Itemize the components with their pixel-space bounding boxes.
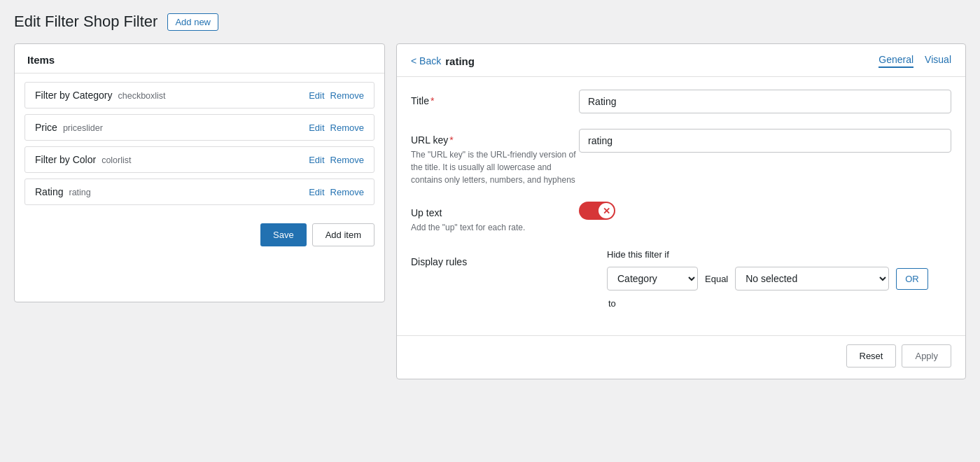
or-button[interactable]: OR [896, 268, 928, 290]
url-key-description: The "URL key" is the URL-friendly versio… [411, 148, 579, 186]
filter-item-name: Filter by Category [35, 90, 112, 101]
filter-list-item: Rating rating Edit Remove [24, 178, 374, 205]
add-item-button[interactable]: Add item [312, 223, 374, 246]
filter-edit-button[interactable]: Edit [309, 187, 324, 197]
equal-label: Equal [705, 274, 728, 284]
filter-item-name: Price [35, 122, 57, 133]
filter-remove-button[interactable]: Remove [330, 90, 364, 101]
edit-panel: < Back rating General Visual Title* [396, 43, 966, 379]
filter-item-type: rating [69, 188, 90, 197]
up-text-description: Add the "up" text for each rate. [411, 221, 579, 234]
apply-button[interactable]: Apply [902, 344, 951, 368]
no-selected-select[interactable]: No selected [735, 267, 889, 290]
breadcrumb-label: rating [445, 55, 475, 67]
tab-general[interactable]: General [878, 54, 913, 68]
save-button[interactable]: Save [260, 223, 307, 246]
page-title: Edit Filter Shop Filter [14, 13, 158, 31]
title-required: * [430, 95, 434, 106]
add-new-button[interactable]: Add new [167, 13, 218, 31]
filter-edit-button[interactable]: Edit [309, 90, 324, 101]
filter-edit-button[interactable]: Edit [309, 122, 324, 133]
display-rules-label: Display rules [411, 249, 579, 309]
filter-remove-button[interactable]: Remove [330, 155, 364, 165]
items-panel: Items Filter by Category checkboxlist Ed… [14, 43, 385, 302]
toggle-x-icon: ✕ [603, 206, 610, 216]
tab-visual[interactable]: Visual [925, 54, 951, 68]
hide-filter-label: Hide this filter if [607, 249, 951, 260]
filter-list: Filter by Category checkboxlist Edit Rem… [15, 78, 384, 215]
filter-edit-button[interactable]: Edit [309, 155, 324, 165]
url-key-required: * [449, 134, 453, 146]
up-text-toggle[interactable]: ✕ [579, 202, 615, 220]
filter-list-item: Price priceslider Edit Remove [24, 114, 374, 141]
url-key-input[interactable] [579, 129, 951, 153]
back-link[interactable]: < Back [411, 55, 441, 66]
url-key-label: URL key [411, 134, 448, 146]
reset-button[interactable]: Reset [846, 344, 897, 368]
filter-item-type: colorlist [102, 155, 131, 165]
items-panel-header: Items [15, 44, 384, 74]
up-text-label: Up text [411, 207, 442, 218]
to-label: to [608, 298, 616, 309]
filter-item-type: priceslider [63, 123, 103, 133]
filter-item-name: Rating [35, 186, 63, 197]
title-label: Title [411, 95, 429, 106]
title-input[interactable] [579, 90, 951, 113]
filter-list-item: Filter by Color colorlist Edit Remove [24, 146, 374, 173]
filter-list-item: Filter by Category checkboxlist Edit Rem… [24, 82, 374, 108]
filter-remove-button[interactable]: Remove [330, 122, 364, 133]
filter-item-type: checkboxlist [118, 91, 165, 101]
filter-remove-button[interactable]: Remove [330, 187, 364, 197]
filter-item-name: Filter by Color [35, 154, 96, 165]
category-select[interactable]: Category [607, 267, 698, 290]
